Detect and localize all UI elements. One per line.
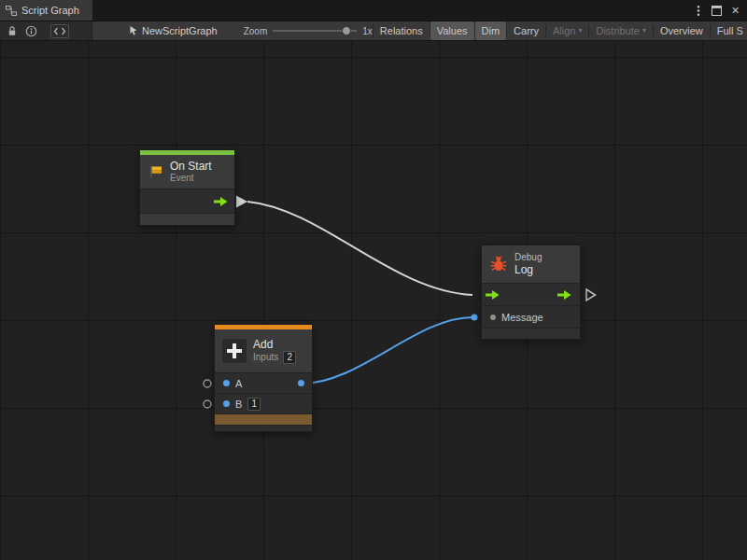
graph-name: NewScriptGraph — [142, 25, 218, 36]
port-label: Message — [501, 312, 543, 323]
toolbar-button-group: Relations Values Dim Carry Align▾ Distri… — [373, 21, 747, 40]
sum-output-port[interactable] — [298, 380, 304, 386]
input-a-port[interactable] — [223, 380, 230, 386]
kebab-menu-icon[interactable] — [690, 3, 706, 19]
overview-button[interactable]: Overview — [654, 21, 710, 40]
dim-button[interactable]: Dim — [475, 21, 507, 40]
align-dropdown[interactable]: Align▾ — [546, 21, 588, 40]
wire-layer — [0, 41, 747, 560]
zoom-control: Zoom 1x — [244, 25, 373, 36]
debug-log-header: Debug Log — [482, 245, 580, 283]
distribute-dropdown[interactable]: Distribute▾ — [589, 21, 652, 40]
title-bar: Script Graph × — [0, 0, 747, 21]
inputs-count-field[interactable]: 2 — [283, 351, 296, 364]
script-graph-window: Script Graph × — [0, 0, 747, 560]
close-icon[interactable]: × — [727, 3, 743, 19]
flag-icon — [148, 164, 163, 179]
info-icon[interactable] — [25, 25, 37, 37]
zoom-slider-knob[interactable] — [342, 26, 351, 35]
add-input-a-row: A — [215, 372, 312, 393]
script-graph-icon — [6, 6, 17, 16]
wire-start-cap — [236, 196, 247, 208]
graph-canvas[interactable]: On Start Event — [0, 41, 747, 560]
add-footer-accent — [215, 413, 312, 425]
graph-toolbar: NewScriptGraph Zoom 1x Relations Values … — [0, 21, 747, 41]
node-title: On Start — [170, 160, 212, 173]
graph-asset-icon — [128, 25, 138, 36]
log-output-flow-triangle[interactable] — [586, 289, 596, 301]
chevron-down-icon: ▾ — [642, 21, 646, 40]
flow-input-port[interactable] — [486, 289, 500, 301]
values-button[interactable]: Values — [430, 21, 474, 40]
zoom-label: Zoom — [244, 26, 268, 36]
log-flow-row — [482, 283, 580, 305]
wire-onstart-to-log[interactable] — [247, 202, 472, 295]
plus-icon — [222, 339, 247, 363]
code-view-icon[interactable] — [50, 24, 69, 38]
flow-output-port[interactable] — [557, 289, 571, 301]
toolbar-left-group — [0, 21, 92, 40]
log-message-row: Message — [482, 305, 580, 328]
add-header: Add Inputs 2 — [215, 329, 312, 372]
window-controls: × — [690, 0, 747, 21]
add-input-a-outer-port[interactable] — [204, 380, 211, 387]
chevron-down-icon: ▾ — [578, 21, 582, 40]
tab-title: Script Graph — [21, 5, 79, 16]
tab-script-graph[interactable]: Script Graph — [0, 0, 92, 21]
on-start-footer — [140, 213, 234, 225]
port-label: A — [235, 378, 242, 389]
node-subtitle: Event — [170, 173, 212, 185]
node-title: Add — [253, 338, 296, 351]
flow-output-port[interactable] — [214, 196, 228, 207]
message-input-port[interactable] — [490, 315, 496, 320]
debug-log-footer — [482, 328, 580, 339]
add-footer — [215, 425, 312, 431]
lock-icon[interactable] — [7, 25, 18, 37]
on-start-header: On Start Event — [140, 155, 234, 189]
add-input-b-row: B 1 — [215, 393, 312, 413]
relations-button[interactable]: Relations — [374, 21, 430, 40]
port-label: B — [235, 399, 242, 410]
node-add[interactable]: Add Inputs 2 A B 1 — [214, 324, 313, 432]
input-b-value-field[interactable]: 1 — [247, 398, 261, 411]
node-subtitle: Inputs — [253, 352, 278, 364]
bug-icon — [489, 256, 508, 273]
input-b-port[interactable] — [223, 400, 230, 407]
node-debug-log[interactable]: Debug Log Message — [481, 245, 581, 340]
maximize-icon[interactable] — [709, 3, 725, 19]
on-start-output-row — [140, 189, 234, 213]
wire-add-to-message[interactable] — [302, 317, 472, 384]
zoom-value: 1x — [362, 26, 373, 36]
add-input-b-outer-port[interactable] — [204, 400, 211, 408]
graph-asset-button[interactable]: NewScriptGraph — [128, 25, 218, 36]
node-title: Log — [514, 263, 542, 276]
fullscreen-button[interactable]: Full S — [711, 21, 747, 40]
carry-button[interactable]: Carry — [507, 21, 545, 40]
toolbar-middle-group: NewScriptGraph Zoom 1x — [92, 25, 373, 36]
node-on-start[interactable]: On Start Event — [139, 149, 235, 226]
wire-end-port-dot — [472, 315, 478, 321]
zoom-slider[interactable] — [273, 25, 357, 36]
node-category: Debug — [514, 252, 542, 264]
